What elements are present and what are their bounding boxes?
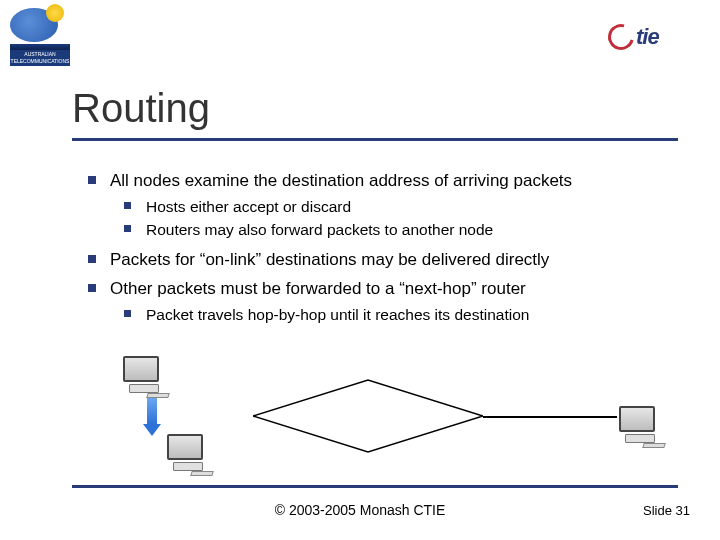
network-diagram — [115, 360, 675, 475]
footer-rule — [72, 485, 678, 488]
network-diamond-icon — [253, 378, 483, 454]
bullet-1-text: All nodes examine the destination addres… — [110, 171, 572, 190]
bullet-1-2: Routers may also forward packets to anot… — [124, 220, 678, 240]
logo-right-text: tie — [636, 24, 659, 50]
title-rule — [72, 138, 678, 141]
arrow-down-icon — [145, 398, 159, 434]
computer-icon — [619, 406, 661, 446]
slide: AUSTRALIAN TELECOMMUNICATIONS tie Routin… — [0, 0, 720, 540]
bullet-3: Other packets must be forwarded to a “ne… — [88, 278, 678, 325]
bullet-1-1: Hosts either accept or discard — [124, 197, 678, 217]
svg-marker-0 — [253, 380, 483, 452]
ctie-c-icon — [603, 19, 639, 55]
computer-icon — [167, 434, 209, 474]
computer-icon — [123, 356, 165, 396]
page-title: Routing — [72, 86, 210, 131]
link-line — [483, 416, 617, 418]
bullet-3-1: Packet travels hop-by-hop until it reach… — [124, 305, 678, 325]
logo-left-caption: AUSTRALIAN TELECOMMUNICATIONS — [10, 50, 70, 66]
bullet-3-text: Other packets must be forwarded to a “ne… — [110, 279, 526, 298]
logo-ctie: tie — [608, 20, 698, 54]
slide-number: Slide 31 — [643, 503, 690, 518]
bullet-1: All nodes examine the destination addres… — [88, 170, 678, 241]
bullet-2: Packets for “on-link” destinations may b… — [88, 249, 678, 270]
copyright: © 2003-2005 Monash CTIE — [0, 502, 720, 518]
logo-australian-telecom: AUSTRALIAN TELECOMMUNICATIONS — [10, 8, 70, 58]
content: All nodes examine the destination addres… — [88, 170, 678, 333]
